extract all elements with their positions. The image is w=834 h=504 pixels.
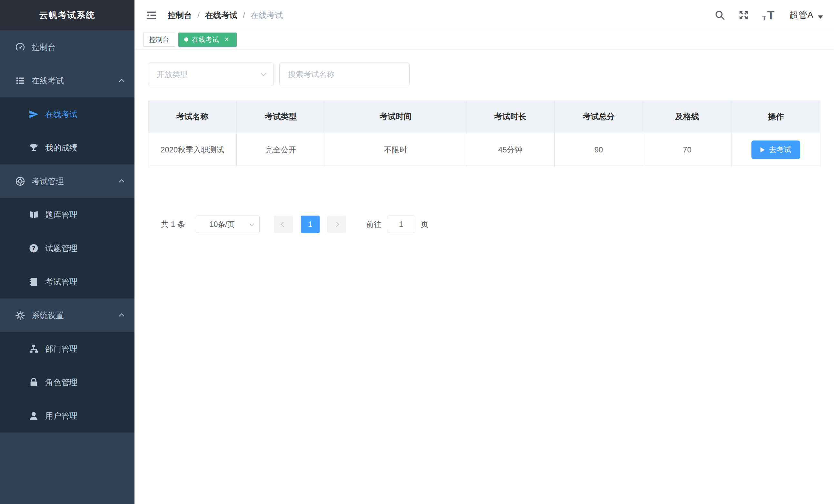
current-page: 1 (308, 220, 312, 229)
cell-exam-type: 完全公开 (237, 133, 325, 167)
table-header-row: 考试名称 考试类型 考试时间 考试时长 考试总分 及格线 操作 (148, 101, 820, 133)
chevron-up-icon (119, 311, 124, 320)
text-size-icon[interactable] (762, 9, 774, 21)
close-icon[interactable] (222, 36, 231, 44)
sidebar-group-label: 在线考试 (31, 75, 64, 86)
sidebar-group-label: 系统设置 (31, 310, 64, 321)
goto-label: 前往 (366, 219, 381, 229)
tag-dashboard[interactable]: 控制台 (143, 32, 175, 47)
svg-text:?: ? (32, 245, 36, 252)
sidebar-item-label: 试题管理 (45, 243, 78, 254)
chevron-left-icon (281, 222, 286, 227)
user-icon (28, 411, 39, 421)
col-exam-time: 考试时间 (325, 101, 466, 133)
cell-exam-total: 90 (554, 133, 643, 167)
play-icon (761, 147, 765, 153)
search-icon[interactable] (715, 10, 725, 21)
paper-plane-icon (28, 109, 39, 119)
cell-exam-time: 不限时 (325, 133, 466, 167)
col-exam-type: 考试类型 (237, 101, 325, 133)
col-exam-name: 考试名称 (148, 101, 237, 133)
page-size-value: 10条/页 (210, 220, 235, 229)
sidebar-item-label: 控制台 (31, 42, 56, 52)
notebook-icon (28, 276, 39, 287)
breadcrumb-item-online-exam[interactable]: 在线考试 (192, 10, 237, 21)
tags-bar: 控制台 在线考试 (134, 30, 834, 49)
trophy-icon (28, 142, 39, 153)
col-exam-duration: 考试时长 (466, 101, 554, 133)
sidebar-group-online-exam[interactable]: 在线考试 (0, 64, 134, 97)
exam-search-input[interactable] (279, 63, 410, 86)
breadcrumb-item-dashboard[interactable]: 控制台 (168, 10, 192, 21)
pagination: 共 1 条 10条/页 1 前往 页 (148, 215, 820, 233)
cell-pass-line: 70 (643, 133, 731, 167)
org-icon (28, 344, 39, 354)
prev-page-button[interactable] (274, 215, 293, 233)
sidebar-item-role-management[interactable]: 角色管理 (0, 365, 134, 399)
next-page-button[interactable] (327, 215, 346, 233)
sidebar-item-label: 考试管理 (45, 276, 78, 287)
go-exam-label: 去考试 (769, 145, 791, 155)
sidebar-item-question-management[interactable]: ? 试题管理 (0, 231, 134, 265)
tag-active-dot (184, 38, 188, 42)
goto-page-input[interactable] (387, 215, 415, 233)
breadcrumb-item-current: 在线考试 (237, 10, 283, 21)
dashboard-icon (15, 42, 25, 52)
tag-label: 在线考试 (192, 35, 219, 44)
sidebar-group-exam-management[interactable]: 考试管理 (0, 164, 134, 198)
app-logo: 云帆考试系统 (0, 0, 134, 30)
sidebar: 云帆考试系统 控制台 (0, 0, 134, 504)
open-type-input[interactable] (148, 63, 274, 86)
sidebar-item-label: 用户管理 (45, 411, 78, 421)
exam-table: 考试名称 考试类型 考试时间 考试时长 考试总分 及格线 操作 2020秋季入职… (148, 100, 820, 167)
lock-icon (28, 377, 39, 388)
col-pass-line: 及格线 (643, 101, 731, 133)
cell-actions: 去考试 (731, 133, 820, 167)
sidebar-item-online-exam[interactable]: 在线考试 (0, 97, 134, 131)
chevron-up-icon (119, 76, 124, 85)
go-exam-button[interactable]: 去考试 (751, 140, 800, 159)
book-icon (28, 209, 39, 220)
sidebar-item-label: 角色管理 (45, 377, 78, 388)
table-row: 2020秋季入职测试 完全公开 不限时 45分钟 90 70 去考试 (148, 133, 820, 167)
tag-online-exam[interactable]: 在线考试 (178, 32, 237, 47)
sidebar-item-question-bank[interactable]: 题库管理 (0, 198, 134, 231)
username: 超管A (789, 9, 813, 21)
cell-exam-name: 2020秋季入职测试 (148, 133, 237, 167)
main-panel: 控制台 在线考试 在线考试 (134, 0, 834, 504)
navbar: 控制台 在线考试 在线考试 (134, 0, 834, 30)
sidebar-item-label: 我的成绩 (45, 142, 78, 153)
list-icon (15, 75, 25, 86)
chevron-down-icon (249, 222, 254, 226)
sidebar-item-user-management[interactable]: 用户管理 (0, 399, 134, 433)
col-actions: 操作 (731, 101, 820, 133)
hamburger-icon[interactable] (146, 9, 157, 21)
page-size-select[interactable]: 10条/页 (196, 215, 260, 233)
sidebar-item-label: 题库管理 (45, 209, 78, 220)
sidebar-group-label: 考试管理 (31, 176, 64, 187)
page-content: 考试名称 考试类型 考试时间 考试时长 考试总分 及格线 操作 2020秋季入职… (134, 49, 834, 504)
compass-icon (15, 176, 25, 187)
gear-icon (15, 310, 25, 321)
app-root: 云帆考试系统 控制台 (0, 0, 834, 504)
sidebar-group-system-settings[interactable]: 系统设置 (0, 298, 134, 332)
cell-exam-duration: 45分钟 (466, 133, 554, 167)
sidebar-item-my-scores[interactable]: 我的成绩 (0, 131, 134, 164)
navbar-actions: 超管A (701, 9, 823, 21)
filter-bar (148, 63, 820, 86)
col-exam-total: 考试总分 (554, 101, 643, 133)
chevron-right-icon (333, 222, 339, 227)
open-type-select[interactable] (148, 63, 274, 86)
sidebar-item-department-management[interactable]: 部门管理 (0, 332, 134, 365)
sidebar-item-exam-management[interactable]: 考试管理 (0, 265, 134, 298)
chevron-up-icon (119, 177, 124, 186)
page-number-button[interactable]: 1 (301, 215, 320, 233)
pagination-total: 共 1 条 (161, 219, 185, 229)
page-unit-label: 页 (421, 219, 429, 229)
tag-label: 控制台 (149, 35, 169, 44)
fullscreen-icon[interactable] (738, 10, 749, 21)
user-menu[interactable]: 超管A (789, 9, 823, 21)
sidebar-item-dashboard[interactable]: 控制台 (0, 30, 134, 64)
breadcrumb: 控制台 在线考试 在线考试 (168, 10, 283, 21)
sidebar-menu: 控制台 在线考试 在线考试 (0, 30, 134, 433)
